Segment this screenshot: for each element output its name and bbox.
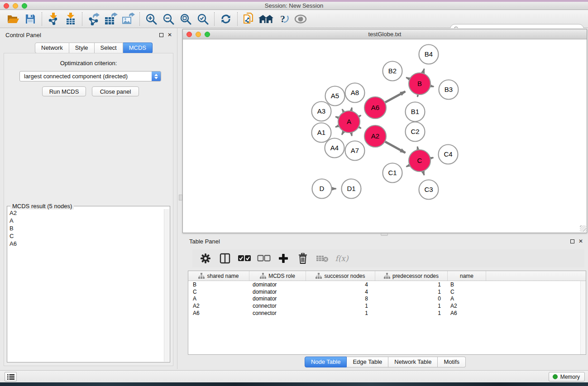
table-row-c[interactable]: Cdominator41C: [188, 288, 586, 295]
add-column-button[interactable]: [276, 251, 291, 266]
node-A6[interactable]: A6: [364, 97, 386, 119]
node-C4[interactable]: C4: [439, 145, 458, 164]
memory-button[interactable]: Memory: [549, 372, 585, 381]
node-A8[interactable]: A8: [345, 83, 365, 103]
close-panel-button[interactable]: Close panel: [92, 86, 139, 96]
table-settings-button[interactable]: [198, 251, 213, 266]
open-session-button[interactable]: [5, 11, 22, 27]
home-icon: [258, 14, 274, 24]
import-table-button[interactable]: [62, 11, 79, 27]
result-item-a[interactable]: A: [8, 217, 164, 224]
node-A2[interactable]: A2: [364, 125, 386, 147]
save-session-button[interactable]: [22, 11, 39, 27]
column-header-successor-nodes[interactable]: successor nodes: [306, 271, 375, 281]
node-B4[interactable]: B4: [419, 45, 439, 64]
node-table: shared nameMCDS rolesuccessor nodesprede…: [188, 271, 586, 355]
table-row-a[interactable]: Adominator80A: [188, 295, 586, 303]
zoom-out-button[interactable]: [160, 11, 177, 27]
network-canvas[interactable]: B4B2BB3A5A8A6A3AB1A1C2A4A7A2C4CC1C3DD1: [183, 39, 587, 232]
cell-shared-name: A2: [188, 303, 249, 309]
table-tab-motifs[interactable]: Motifs: [438, 357, 466, 367]
window-resize-grip[interactable]: [580, 225, 586, 232]
table-row-a6[interactable]: A6connector11A6: [188, 310, 586, 317]
svg-text:B2: B2: [388, 67, 397, 75]
column-header-name[interactable]: name: [448, 271, 486, 281]
node-A4[interactable]: A4: [325, 138, 344, 158]
node-C1[interactable]: C1: [383, 163, 402, 183]
svg-text:C2: C2: [411, 128, 419, 135]
float-table-panel-icon[interactable]: [569, 238, 575, 244]
node-A3[interactable]: A3: [312, 102, 331, 121]
node-C3[interactable]: C3: [419, 180, 439, 200]
edge-B-B4: [423, 69, 424, 73]
zoom-fit-button[interactable]: [177, 11, 194, 27]
close-table-panel-icon[interactable]: ✕: [578, 238, 584, 244]
open-folder-icon: [7, 14, 19, 24]
delete-column-button[interactable]: [295, 251, 311, 266]
node-B2[interactable]: B2: [383, 62, 402, 81]
float-panel-icon[interactable]: [158, 32, 164, 38]
node-D[interactable]: D: [312, 179, 332, 199]
table-tab-node-table[interactable]: Node Table: [305, 357, 347, 367]
close-panel-icon[interactable]: ✕: [167, 32, 173, 38]
table-row-b[interactable]: Bdominator41B: [188, 281, 586, 288]
vertical-splitter-handle[interactable]: [179, 195, 182, 200]
cell-name: B: [448, 281, 486, 288]
result-scrollbar[interactable]: [164, 209, 169, 362]
run-mcds-button[interactable]: Run MCDS: [42, 86, 86, 96]
function-builder-button[interactable]: f(x): [334, 251, 349, 266]
node-C[interactable]: C: [409, 150, 430, 172]
node-B[interactable]: B: [409, 73, 430, 95]
new-network-from-selection-button[interactable]: [240, 11, 258, 27]
node-C2[interactable]: C2: [406, 122, 425, 142]
table-tab-edge-table[interactable]: Edge Table: [347, 357, 388, 367]
delete-table-button[interactable]: [315, 251, 330, 266]
node-A1[interactable]: A1: [312, 123, 331, 143]
select-all-button[interactable]: [237, 251, 252, 266]
result-item-a2[interactable]: A2: [8, 209, 164, 217]
node-A5[interactable]: A5: [325, 86, 345, 106]
import-network-button[interactable]: [45, 11, 62, 27]
zoom-in-button[interactable]: [143, 11, 160, 27]
result-item-c[interactable]: C: [8, 232, 164, 240]
deselect-all-button[interactable]: [256, 251, 272, 266]
tab-mcds[interactable]: MCDS: [123, 43, 153, 53]
column-header-shared-name[interactable]: shared name: [188, 271, 249, 281]
export-image-button[interactable]: [120, 11, 137, 27]
svg-text:C4: C4: [444, 150, 452, 158]
node-A7[interactable]: A7: [345, 141, 365, 161]
show-hide-panels-button[interactable]: [292, 11, 309, 27]
table-row-a2[interactable]: A2connector11A2: [188, 302, 586, 310]
criterion-select[interactable]: largest connected component (directed): [19, 71, 161, 81]
node-D1[interactable]: D1: [342, 179, 361, 199]
tab-select[interactable]: Select: [95, 43, 123, 53]
svg-text:C: C: [417, 157, 422, 164]
task-history-button[interactable]: [5, 372, 17, 381]
node-B1[interactable]: B1: [406, 102, 425, 122]
column-header-MCDS-role[interactable]: MCDS role: [249, 271, 306, 281]
tab-style[interactable]: Style: [69, 43, 95, 53]
table-scrollbar[interactable]: [580, 281, 586, 354]
svg-text:B4: B4: [425, 50, 433, 58]
help-icon: ?: [277, 13, 289, 25]
tab-network[interactable]: Network: [35, 43, 69, 53]
node-A[interactable]: A: [338, 111, 360, 133]
result-item-a6[interactable]: A6: [8, 240, 164, 248]
split-panel-button[interactable]: [217, 251, 233, 266]
cybrowser-home-button[interactable]: [258, 11, 275, 27]
result-item-b[interactable]: B: [8, 224, 164, 232]
zoom-out-icon: [163, 13, 174, 25]
network-window-title: testGlobe.txt: [183, 31, 587, 38]
refresh-button[interactable]: [217, 11, 234, 27]
zoom-selected-button[interactable]: [194, 11, 211, 27]
table-tab-network-table[interactable]: Network Table: [388, 357, 438, 367]
cell-successor-nodes: 8: [306, 295, 375, 302]
help-button[interactable]: ?: [275, 11, 292, 27]
export-network-button[interactable]: [85, 11, 102, 27]
edge-B-B1: [417, 95, 418, 97]
edge-A-A4: [342, 132, 344, 135]
export-table-button[interactable]: [102, 11, 120, 27]
node-B3[interactable]: B3: [439, 80, 459, 100]
column-header-predecessor-nodes[interactable]: predecessor nodes: [375, 271, 448, 281]
cell-shared-name: A6: [188, 310, 249, 316]
